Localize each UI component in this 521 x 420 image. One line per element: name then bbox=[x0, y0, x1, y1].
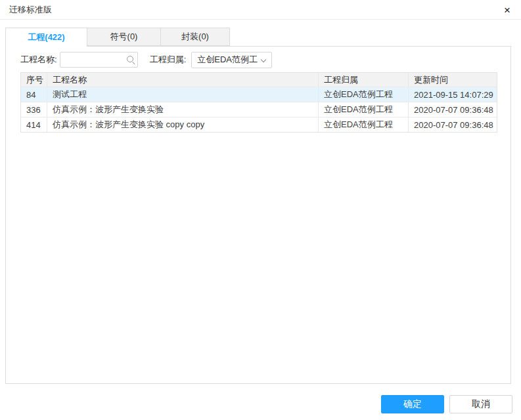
cell-updated: 2020-07-07 09:36:48 bbox=[409, 117, 497, 132]
dialog-titlebar: 迁移标准版 × bbox=[0, 0, 521, 20]
tab-symbols[interactable]: 符号(0) bbox=[87, 28, 161, 46]
filter-row: 工程名称: 工程归属: 立创EDA范例工... bbox=[20, 52, 272, 68]
tab-bar: 工程(422) 符号(0) 封装(0) bbox=[5, 28, 230, 46]
table-row[interactable]: 414 仿真示例：波形产生变换实验 copy copy 立创EDA范例工程 20… bbox=[21, 117, 497, 132]
tab-footprints[interactable]: 封装(0) bbox=[160, 28, 230, 46]
cell-name: 仿真示例：波形产生变换实验 copy copy bbox=[47, 117, 319, 132]
tab-footprints-label: 封装(0) bbox=[181, 31, 209, 43]
tab-panel-projects: 工程名称: 工程归属: 立创EDA范例工... 序号 工程名称 工程归属 更新时… bbox=[5, 46, 511, 384]
table-header-row: 序号 工程名称 工程归属 更新时间 bbox=[21, 73, 497, 87]
cell-name: 测试工程 bbox=[47, 87, 319, 102]
project-name-label: 工程名称: bbox=[20, 54, 57, 66]
table-row[interactable]: 84 测试工程 立创EDA范例工程 2021-09-15 14:07:29 bbox=[21, 87, 497, 102]
cell-id: 414 bbox=[21, 117, 47, 132]
table-row[interactable]: 336 仿真示例：波形产生变换实验 立创EDA范例工程 2020-07-07 0… bbox=[21, 102, 497, 117]
project-owner-label: 工程归属: bbox=[150, 54, 187, 66]
cell-id: 336 bbox=[21, 102, 47, 117]
migrate-dialog: 迁移标准版 × 工程(422) 符号(0) 封装(0) 工程名称: 工程归属: … bbox=[0, 0, 521, 420]
cell-updated: 2020-07-07 09:36:48 bbox=[409, 102, 497, 117]
cell-owner: 立创EDA范例工程 bbox=[319, 117, 409, 132]
projects-table: 序号 工程名称 工程归属 更新时间 84 测试工程 立创EDA范例工程 2021… bbox=[20, 72, 497, 133]
tab-projects-label: 工程(422) bbox=[28, 32, 64, 43]
project-owner-selected-value: 立创EDA范例工... bbox=[192, 54, 258, 66]
close-icon[interactable]: × bbox=[499, 1, 516, 18]
col-header-updated: 更新时间 bbox=[409, 73, 497, 87]
cell-id: 84 bbox=[21, 87, 47, 102]
chevron-down-icon bbox=[261, 56, 266, 62]
col-header-name: 工程名称 bbox=[47, 73, 319, 87]
dialog-title: 迁移标准版 bbox=[9, 4, 52, 16]
ok-button[interactable]: 确定 bbox=[381, 395, 444, 413]
cell-owner: 立创EDA范例工程 bbox=[319, 87, 409, 102]
cell-name: 仿真示例：波形产生变换实验 bbox=[47, 102, 319, 117]
project-name-search-box bbox=[60, 52, 138, 68]
cancel-button[interactable]: 取消 bbox=[449, 395, 512, 413]
tab-projects[interactable]: 工程(422) bbox=[5, 28, 87, 47]
col-header-owner: 工程归属 bbox=[319, 73, 409, 87]
project-owner-select[interactable]: 立创EDA范例工... bbox=[191, 52, 272, 68]
col-header-id: 序号 bbox=[21, 73, 47, 87]
project-name-input[interactable] bbox=[60, 52, 137, 67]
search-icon[interactable] bbox=[127, 56, 133, 62]
cell-updated: 2021-09-15 14:07:29 bbox=[409, 87, 497, 102]
cell-owner: 立创EDA范例工程 bbox=[319, 102, 409, 117]
tab-symbols-label: 符号(0) bbox=[110, 31, 138, 43]
